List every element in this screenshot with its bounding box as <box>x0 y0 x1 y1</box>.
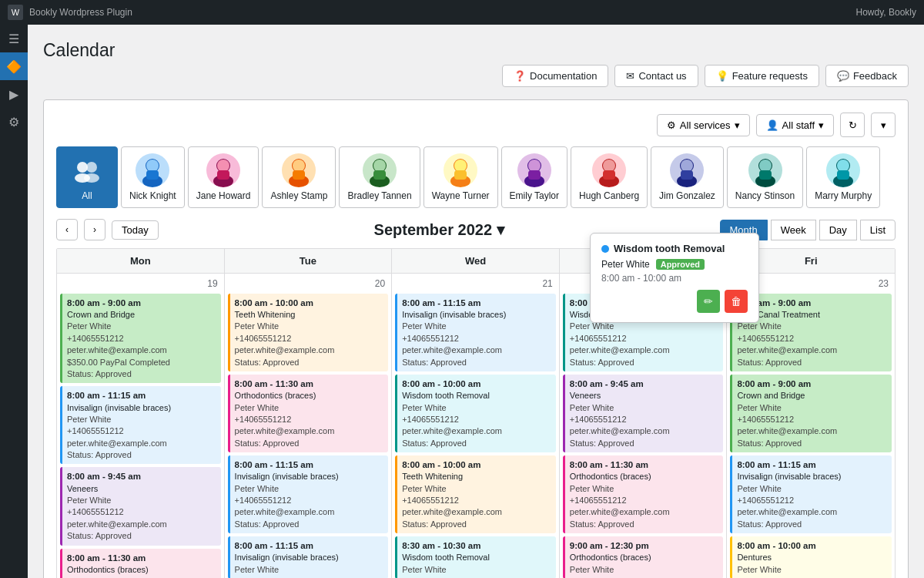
header-tue: Tue <box>225 249 393 273</box>
sidebar-settings-icon[interactable]: ⚙ <box>0 108 28 136</box>
popup-status-badge: Approved <box>656 259 705 270</box>
documentation-button[interactable]: ❓ Documentation <box>502 65 608 87</box>
event-fri-2[interactable]: 8:00 am - 9:00 am Crown and Bridge Peter… <box>730 375 892 452</box>
svg-rect-39 <box>759 170 772 180</box>
contact-us-button[interactable]: ✉ Contact us <box>614 65 698 87</box>
event-tue-3[interactable]: 8:00 am - 11:15 am Invisalign (invisable… <box>228 455 389 533</box>
refresh-button[interactable]: ↻ <box>840 113 865 137</box>
today-button[interactable]: Today <box>112 220 159 240</box>
day-view-button[interactable]: Day <box>819 220 857 240</box>
popup-info-row: Peter White Approved <box>601 259 748 270</box>
staff-item-nick[interactable]: Nick Knight <box>121 146 185 208</box>
svg-rect-19 <box>373 170 386 180</box>
day-num-20: 20 <box>228 277 389 294</box>
refresh-icon: ↻ <box>849 119 857 131</box>
event-tue-2[interactable]: 8:00 am - 11:30 am Orthodontics (braces)… <box>228 375 389 452</box>
event-tue-1[interactable]: 8:00 am - 10:00 am Teeth Whitening Peter… <box>228 294 389 371</box>
staff-item-jim[interactable]: Jim Gonzalez <box>651 146 724 208</box>
event-mon-1[interactable]: 8:00 am - 9:00 am Crown and Bridge Peter… <box>60 294 221 383</box>
sidebar-play-icon[interactable]: ▶ <box>0 80 28 108</box>
options-icon: ▾ <box>881 119 886 131</box>
next-arrow[interactable]: › <box>84 219 105 240</box>
avatar-nick <box>136 153 169 187</box>
calendar-body: 19 8:00 am - 9:00 am Crown and Bridge Pe… <box>57 274 895 578</box>
event-mon-2[interactable]: 8:00 am - 11:15 am Invisalign (invisable… <box>60 386 221 464</box>
main-content: Calendar ❓ Documentation ✉ Contact us 💡 … <box>28 25 924 578</box>
avatar-hugh <box>592 153 626 187</box>
popup-service: Wisdom tooth Removal <box>614 243 725 254</box>
svg-rect-15 <box>293 170 305 180</box>
event-fri-3[interactable]: 8:00 am - 11:15 am Invisalign (invisable… <box>730 455 892 533</box>
svg-rect-11 <box>217 170 229 180</box>
svg-point-38 <box>759 160 772 172</box>
svg-point-34 <box>681 160 693 172</box>
svg-rect-35 <box>681 170 693 180</box>
prev-arrow[interactable]: ‹ <box>56 219 78 240</box>
staff-all-label: All <box>82 190 92 201</box>
staff-item-wayne[interactable]: Wayne Turner <box>424 146 498 208</box>
event-wed-4[interactable]: 8:30 am - 10:30 am Wisdom tooth Removal … <box>395 536 556 578</box>
event-wed-2[interactable]: 8:00 am - 10:00 am Wisdom tooth Removal … <box>395 375 556 452</box>
staff-item-ashley[interactable]: Ashley Stamp <box>262 146 336 208</box>
header-mon: Mon <box>57 249 225 273</box>
avatar-jim <box>670 153 704 187</box>
sidebar-menu-icon[interactable]: ☰ <box>0 25 28 52</box>
svg-point-0 <box>77 162 88 173</box>
event-mon-3[interactable]: 8:00 am - 9:45 am Veneers Peter White +1… <box>60 467 221 545</box>
staff-ashley-label: Ashley Stamp <box>270 190 327 201</box>
svg-point-3 <box>84 173 99 183</box>
event-fri-4[interactable]: 8:00 am - 10:00 am Dentures Peter White <box>730 536 892 578</box>
top-nav: ❓ Documentation ✉ Contact us 💡 Feature r… <box>502 65 909 87</box>
month-title[interactable]: September 2022 ▾ <box>374 220 504 239</box>
event-thu-2[interactable]: 8:00 am - 9:45 am Veneers Peter White +1… <box>563 375 724 452</box>
popup-delete-button[interactable]: 🗑 <box>725 290 748 313</box>
svg-rect-43 <box>837 170 849 180</box>
list-view-button[interactable]: List <box>860 220 896 240</box>
sidebar: ☰ 🔶 ▶ ⚙ <box>0 25 28 578</box>
avatar-emily <box>517 153 551 187</box>
services-icon: ⚙ <box>667 119 676 131</box>
header-wed: Wed <box>392 249 560 273</box>
popup-edit-button[interactable]: ✏ <box>697 290 720 313</box>
staff-hugh-label: Hugh Canberg <box>579 190 639 201</box>
staff-marry-label: Marry Murphy <box>815 190 872 201</box>
all-services-filter[interactable]: ⚙ All services ▾ <box>657 114 750 136</box>
event-wed-1[interactable]: 8:00 am - 11:15 am Invisalign (invisable… <box>395 294 556 371</box>
event-thu-3[interactable]: 8:00 am - 11:30 am Orthodontics (braces)… <box>563 455 724 533</box>
options-button[interactable]: ▾ <box>871 113 896 137</box>
staff-item-marry[interactable]: Marry Murphy <box>806 146 880 208</box>
popup-dot <box>601 245 609 253</box>
services-chevron-icon: ▾ <box>735 119 740 131</box>
contact-icon: ✉ <box>626 70 634 82</box>
staff-item-bradley[interactable]: Bradley Tannen <box>339 146 420 208</box>
svg-point-10 <box>217 160 229 172</box>
event-tue-4[interactable]: 8:00 am - 11:15 am Invisalign (invisable… <box>228 536 389 578</box>
event-thu-4[interactable]: 9:00 am - 12:30 pm Orthodontics (braces)… <box>563 536 724 578</box>
popup-person: Peter White <box>601 259 650 270</box>
staff-emily-label: Emily Taylor <box>510 190 559 201</box>
avatar-bradley <box>363 153 397 187</box>
feedback-button[interactable]: 💬 Feedback <box>825 65 909 87</box>
svg-point-42 <box>837 160 849 172</box>
day-num-21: 21 <box>395 277 556 294</box>
staff-item-nancy[interactable]: Nancy Stinson <box>727 146 803 208</box>
staff-item-jane[interactable]: Jane Howard <box>188 146 259 208</box>
staff-nancy-label: Nancy Stinson <box>735 190 795 201</box>
staff-wayne-label: Wayne Turner <box>432 190 490 201</box>
event-mon-4[interactable]: 8:00 am - 11:30 am Orthodontics (braces)… <box>60 549 221 578</box>
staff-item-hugh[interactable]: Hugh Canberg <box>571 146 648 208</box>
staff-item-emily[interactable]: Emily Taylor <box>501 146 567 208</box>
calendar-nav: ‹ › Today September 2022 ▾ Month Week Da… <box>56 219 896 240</box>
admin-bar: W Bookly Wordpress Plugin Howdy, Bookly <box>0 0 924 25</box>
staff-item-all[interactable]: All <box>56 146 118 208</box>
staff-nick-label: Nick Knight <box>129 190 176 201</box>
filters-row: ⚙ All services ▾ 👤 All staff ▾ ↻ ▾ <box>56 113 896 137</box>
documentation-icon: ❓ <box>514 70 526 82</box>
sidebar-dashboard-icon[interactable]: 🔶 <box>0 52 28 80</box>
svg-point-22 <box>454 160 467 172</box>
all-staff-filter[interactable]: 👤 All staff ▾ <box>756 114 834 136</box>
event-wed-3[interactable]: 8:00 am - 10:00 am Teeth Whitening Peter… <box>395 455 556 533</box>
svg-rect-7 <box>146 170 159 180</box>
feature-requests-button[interactable]: 💡 Feature requests <box>705 65 819 87</box>
week-view-button[interactable]: Week <box>771 220 816 240</box>
